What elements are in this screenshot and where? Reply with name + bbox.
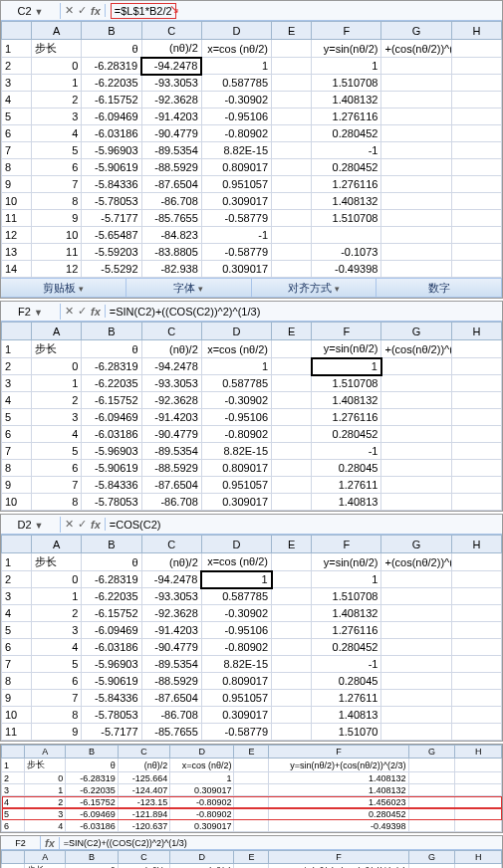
row-header[interactable]: 7 xyxy=(2,142,32,159)
cell[interactable] xyxy=(381,244,451,261)
cell[interactable] xyxy=(381,690,451,707)
col-header[interactable]: D xyxy=(170,851,234,864)
cell[interactable] xyxy=(408,759,455,772)
cell[interactable] xyxy=(272,108,312,125)
row-header[interactable]: 7 xyxy=(2,443,32,460)
cell[interactable]: -86.708 xyxy=(141,707,201,724)
cell[interactable]: -5.5292 xyxy=(82,261,141,278)
cell[interactable] xyxy=(272,358,312,375)
cell[interactable] xyxy=(451,409,501,426)
cell[interactable]: 8 xyxy=(32,707,82,724)
cell[interactable]: 0.951057 xyxy=(201,176,271,193)
cell[interactable]: -5.78053 xyxy=(82,193,141,210)
cell[interactable]: -89.5354 xyxy=(141,656,201,673)
cell[interactable] xyxy=(272,443,312,460)
cell[interactable]: -85.7655 xyxy=(141,724,201,741)
cell[interactable]: 7 xyxy=(32,477,82,494)
cell[interactable]: θ xyxy=(82,340,141,358)
row-header[interactable]: 5 xyxy=(2,108,32,125)
cell[interactable]: -5.90619 xyxy=(82,460,141,477)
cell[interactable] xyxy=(272,571,312,588)
cell[interactable] xyxy=(451,553,501,571)
cell[interactable]: -0.30902 xyxy=(201,605,271,622)
cell[interactable] xyxy=(272,227,312,244)
cell[interactable]: y=sin(nθ/2)+(cos(nθ/2))^(2/3) xyxy=(269,864,408,869)
cell[interactable] xyxy=(451,639,501,656)
cell[interactable]: -91.4203 xyxy=(141,409,201,426)
cell[interactable]: -5.84336 xyxy=(82,690,141,707)
column-headers[interactable]: ABCDEFGH xyxy=(2,851,502,864)
cell[interactable] xyxy=(272,656,312,673)
cell[interactable]: θ xyxy=(82,40,141,58)
formula-input[interactable]: =SIN(C2)+((COS(C2))^2)^(1/3) xyxy=(60,836,502,850)
cell[interactable] xyxy=(272,261,312,278)
cell[interactable] xyxy=(408,784,455,796)
cell[interactable]: -94.2478 xyxy=(141,358,201,375)
cell[interactable]: (nθ)/2 xyxy=(141,340,201,358)
data-row[interactable]: 97-5.84336-87.65040.9510571.27611 xyxy=(2,690,502,707)
cell[interactable]: 5 xyxy=(32,656,82,673)
cell[interactable]: (nθ)/2 xyxy=(118,864,170,869)
cell[interactable]: 0.587785 xyxy=(201,375,271,392)
data-row[interactable]: 20-6.28319-125.66411.408132 xyxy=(2,772,502,784)
data-row[interactable]: 108-5.78053-86.7080.3090171.40813 xyxy=(2,494,502,511)
cell[interactable] xyxy=(272,690,312,707)
cell[interactable] xyxy=(451,176,501,193)
row-header[interactable]: 2 xyxy=(2,358,32,375)
cell[interactable]: -6.22035 xyxy=(82,588,141,605)
cell[interactable]: -5.84336 xyxy=(82,176,141,193)
cell[interactable]: -0.80902 xyxy=(170,808,234,820)
cell[interactable]: +(cos(nθ/2))^(2/3) xyxy=(381,340,451,358)
cell[interactable]: 6 xyxy=(32,159,82,176)
row-header[interactable]: 4 xyxy=(2,605,32,622)
fx-icon[interactable]: fx xyxy=(91,5,101,17)
cell[interactable] xyxy=(234,796,269,808)
spreadsheet-grid[interactable]: ABCDEFGH 1步长θ(nθ)/2x=cos (nθ/2)y=sin(nθ/… xyxy=(1,535,502,741)
cell[interactable]: -92.3628 xyxy=(141,392,201,409)
cell[interactable]: 1.276116 xyxy=(312,176,381,193)
cell[interactable]: -0.1073 xyxy=(312,244,381,261)
cell[interactable]: 0.809017 xyxy=(201,159,271,176)
row-header[interactable]: 6 xyxy=(2,639,32,656)
data-row[interactable]: 31-6.22035-93.30530.5877851.510708 xyxy=(2,75,502,92)
cell[interactable]: 8 xyxy=(32,494,82,511)
header-row[interactable]: 1步长θ(nθ)/2x=cos (nθ/2)y=sin(nθ/2)+(cos(n… xyxy=(2,864,502,869)
cell[interactable]: 0.809017 xyxy=(201,460,271,477)
cell[interactable] xyxy=(451,656,501,673)
cell[interactable]: y=sin(nθ/2) xyxy=(312,340,381,358)
cell[interactable] xyxy=(451,193,501,210)
cell[interactable] xyxy=(451,426,501,443)
cell[interactable] xyxy=(272,673,312,690)
cell[interactable] xyxy=(272,605,312,622)
cell[interactable]: 1.510708 xyxy=(312,588,381,605)
cell[interactable]: -6.15752 xyxy=(82,92,141,108)
cell[interactable] xyxy=(408,820,455,832)
cell[interactable]: -0.80902 xyxy=(201,125,271,142)
cell[interactable] xyxy=(234,808,269,820)
cell[interactable]: -91.4203 xyxy=(141,108,201,125)
cell[interactable]: -0.95106 xyxy=(201,622,271,639)
cell[interactable]: 0.309017 xyxy=(201,193,271,210)
cell[interactable]: -123.15 xyxy=(118,796,170,808)
cell[interactable]: -91.4203 xyxy=(141,622,201,639)
cell[interactable]: -120.637 xyxy=(118,820,170,832)
cell[interactable] xyxy=(272,553,312,571)
cell[interactable]: 0.280452 xyxy=(269,808,408,820)
cell[interactable]: -0.95106 xyxy=(201,409,271,426)
cell[interactable]: 1 xyxy=(201,358,271,375)
data-row[interactable]: 31-6.22035-93.30530.5877851.510708 xyxy=(2,588,502,605)
cell[interactable]: -6.15752 xyxy=(82,605,141,622)
data-row[interactable]: 1412-5.5292-82.9380.309017-0.49398 xyxy=(2,261,502,278)
col-header[interactable]: H xyxy=(455,851,502,864)
col-header[interactable] xyxy=(2,536,32,553)
cell[interactable] xyxy=(408,864,455,869)
col-header[interactable]: B xyxy=(82,323,141,340)
column-headers[interactable]: ABCDEFGH xyxy=(2,22,502,40)
cell[interactable] xyxy=(381,159,451,176)
cell[interactable]: -90.4779 xyxy=(141,426,201,443)
cell[interactable]: -88.5929 xyxy=(141,673,201,690)
cell[interactable]: 1.408132 xyxy=(312,392,381,409)
formula-input[interactable]: =SIN(C2)+((COS(C2))^2)^(1/3) xyxy=(106,304,502,320)
cell[interactable]: 0.280452 xyxy=(312,639,381,656)
row-header[interactable]: 9 xyxy=(2,176,32,193)
